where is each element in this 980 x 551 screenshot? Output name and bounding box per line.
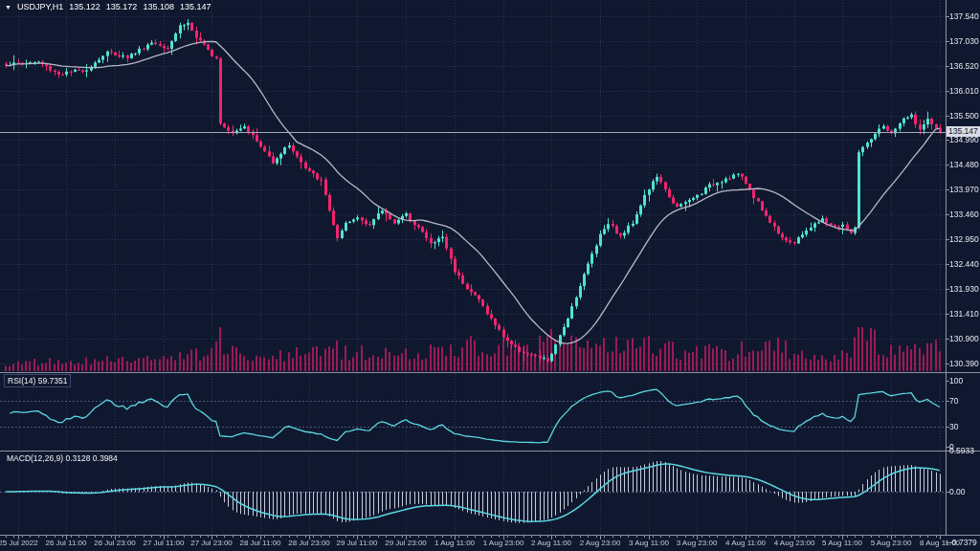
ohlc-low: 135.108 bbox=[143, 2, 174, 11]
chart-canvas[interactable] bbox=[0, 0, 980, 551]
price-axis-label: 132.440 bbox=[949, 259, 979, 269]
price-axis-label: 132.950 bbox=[949, 234, 979, 244]
rsi-axis-label: 30 bbox=[949, 422, 958, 431]
time-axis-label: 5 Aug 11:00 bbox=[822, 539, 862, 547]
price-axis-label: 133.970 bbox=[949, 185, 979, 194]
time-axis-label: 8 Aug 11:00 bbox=[920, 539, 960, 547]
ohlc-close: 135.147 bbox=[180, 2, 212, 11]
time-axis-label: 1 Aug 11:00 bbox=[434, 539, 475, 547]
macd-value-main: 0.3128 bbox=[65, 453, 90, 463]
time-axis-label: 4 Aug 23:00 bbox=[774, 539, 815, 547]
ohlc-high: 135.172 bbox=[106, 2, 138, 11]
time-axis-label: 27 Jul 23:00 bbox=[190, 539, 233, 547]
time-axis-label: 28 Jul 23:00 bbox=[288, 539, 330, 547]
symbol-label: USDJPY,H1 bbox=[17, 2, 63, 11]
time-axis[interactable]: 25 Jul 202226 Jul 11:0026 Jul 23:0027 Ju… bbox=[0, 536, 980, 551]
rsi-name: RSI(14) bbox=[8, 376, 35, 386]
price-axis-label: 136.520 bbox=[949, 61, 979, 71]
current-price-tag: 135.147 bbox=[947, 126, 980, 137]
macd-axis-label: 0.00 bbox=[949, 487, 966, 496]
price-axis-label: 135.500 bbox=[949, 111, 979, 121]
price-axis-label: 137.540 bbox=[949, 11, 979, 21]
current-price-value: 135.147 bbox=[948, 126, 978, 136]
rsi-axis-label: 100 bbox=[949, 376, 963, 386]
price-axis-label: 136.010 bbox=[949, 86, 979, 96]
trading-chart-window: ▼ USDJPY,H1 135.122 135.172 135.108 135.… bbox=[0, 0, 980, 551]
time-axis-label: 4 Aug 11:00 bbox=[725, 539, 766, 547]
price-axis[interactable]: 137.540137.030136.520136.010135.500134.9… bbox=[946, 0, 980, 536]
price-axis-label: 130.900 bbox=[949, 334, 979, 343]
price-axis-label: 133.460 bbox=[949, 209, 979, 219]
price-axis-label: 134.480 bbox=[949, 160, 979, 169]
time-axis-label: 26 Jul 23:00 bbox=[94, 539, 136, 547]
time-axis-label: 29 Jul 23:00 bbox=[385, 539, 427, 547]
price-axis-label: 137.030 bbox=[949, 36, 979, 46]
time-axis-label: 5 Aug 23:00 bbox=[871, 539, 912, 547]
rsi-axis-label: 70 bbox=[949, 396, 958, 406]
price-axis-label: 130.390 bbox=[949, 359, 979, 368]
rsi-value: 59.7351 bbox=[38, 376, 68, 386]
time-axis-label: 29 Jul 11:00 bbox=[337, 539, 378, 547]
time-axis-label: 2 Aug 11:00 bbox=[531, 539, 571, 547]
time-axis-label: 25 Jul 2022 bbox=[0, 539, 38, 547]
symbol-dropdown-icon[interactable]: ▼ bbox=[5, 4, 11, 11]
macd-name: MACD(12,26,9) bbox=[7, 453, 63, 463]
rsi-label: RSI(14) 59.7351 bbox=[4, 374, 71, 387]
time-axis-label: 28 Jul 11:00 bbox=[240, 539, 281, 547]
time-axis-label: 27 Jul 11:00 bbox=[144, 539, 185, 547]
chart-header: ▼ USDJPY,H1 135.122 135.172 135.108 135.… bbox=[5, 2, 211, 11]
macd-axis-label: 0.5933 bbox=[949, 446, 974, 455]
time-axis-label: 2 Aug 23:00 bbox=[580, 539, 621, 547]
time-axis-label: 26 Jul 11:00 bbox=[46, 539, 87, 547]
price-axis-label: 131.410 bbox=[949, 309, 979, 319]
macd-label: MACD(12,26,9) 0.3128 0.3984 bbox=[4, 452, 121, 464]
time-axis-label: 3 Aug 23:00 bbox=[677, 539, 718, 547]
macd-value-signal: 0.3984 bbox=[93, 453, 118, 463]
time-axis-label: 3 Aug 11:00 bbox=[629, 539, 669, 547]
price-axis-label: 131.930 bbox=[949, 284, 979, 294]
ohlc-open: 135.122 bbox=[69, 2, 100, 11]
time-axis-label: 1 Aug 23:00 bbox=[483, 539, 524, 547]
